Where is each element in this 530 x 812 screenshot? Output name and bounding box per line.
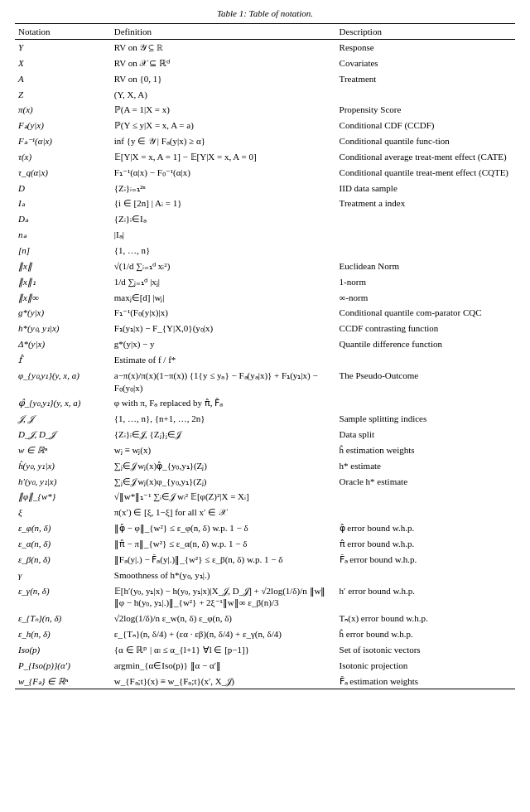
table-row: D_𝒥, D_𝒥{Zᵢ}ᵢ∈𝒥, {Zⱼ}ⱼ∈𝒥Data split <box>15 427 515 442</box>
cell-definition: ‖Fₐ(y|.) − F̂ₐ(y|.)‖_{w²} ≤ ε_β(n, δ) w.… <box>111 552 336 568</box>
table-row: g*(y|x)F₁⁻¹(F₀(y|x)|x)Conditional quanti… <box>15 305 515 321</box>
cell-description: Propensity Score <box>336 102 515 118</box>
cell-description: Treatment a index <box>336 196 515 211</box>
cell-notation: ‖x‖ <box>15 259 111 274</box>
cell-description: CCDF contrasting function <box>336 321 515 336</box>
cell-description: h* estimate <box>336 458 515 474</box>
cell-definition: 𝔼[h′(y₀, y₁|x) − h(y₀, y₁|x)|X_𝒥, D_𝒥] +… <box>111 583 336 611</box>
cell-definition: {1, …, n} <box>111 243 336 259</box>
cell-definition: F₁⁻¹(F₀(y|x)|x) <box>111 305 336 321</box>
cell-notation: φ̂_{y₀,y₁}(y, x, a) <box>15 395 111 411</box>
cell-description: Euclidean Norm <box>336 259 515 274</box>
table-row: ‖x‖₁1/d ∑ⱼ₌₁ᵈ |xⱼ|1-norm <box>15 274 515 290</box>
cell-definition: inf {y ∈ 𝒴 | Fₐ(y|x) ≥ α} <box>111 133 336 149</box>
cell-description: Quantile difference function <box>336 336 515 352</box>
cell-notation: Fₐ⁻¹(α|x) <box>15 133 111 149</box>
cell-notation: Z <box>15 87 111 103</box>
table-row: ε_{Tₙ}(n, δ)√2log(1/δ)/n ε_w(n, δ) ε_φ(n… <box>15 611 515 626</box>
cell-definition: φ with π, Fₐ replaced by π̂, F̂ₐ <box>111 395 336 411</box>
cell-definition: 1/d ∑ⱼ₌₁ᵈ |xⱼ| <box>111 274 336 290</box>
cell-notation: ‖x‖∞ <box>15 290 111 306</box>
cell-notation: ε_α(n, δ) <box>15 536 111 552</box>
cell-description <box>336 505 515 520</box>
table-row: Δ*(y|x)g*(y|x) − yQuantile difference fu… <box>15 336 515 352</box>
cell-description: ∞-norm <box>336 290 515 306</box>
cell-notation: ε_γ(n, δ) <box>15 583 111 611</box>
cell-definition: RV on 𝒴 ⊆ ℝ <box>111 40 336 56</box>
cell-description: F̂ₐ estimation weights <box>336 674 515 689</box>
cell-notation: D <box>15 181 111 196</box>
cell-definition: argmin_{α∈Iso(p)} ‖α − α′‖ <box>111 658 336 674</box>
cell-description: φ̂ error bound w.h.p. <box>336 520 515 536</box>
cell-description: Set of isotonic vectors <box>336 642 515 658</box>
cell-description: Covariates <box>336 56 515 71</box>
cell-description: ĥ error bound w.h.p. <box>336 626 515 642</box>
cell-description <box>336 87 515 103</box>
cell-notation: P_{Iso(p)}(α′) <box>15 658 111 674</box>
cell-notation: τ_q(α|x) <box>15 165 111 181</box>
cell-definition: ‖φ̂ − φ‖_{w²} ≤ ε_φ(n, δ) w.p. 1 − δ <box>111 520 336 536</box>
table-row: Z(Y, X, A) <box>15 87 515 103</box>
cell-notation: A <box>15 71 111 87</box>
cell-description: π̂ error bound w.h.p. <box>336 536 515 552</box>
table-row: [n]{1, …, n} <box>15 243 515 259</box>
table-row: φ_{y₀,y₁}(y, x, a)a−π(x)/π(x)(1−π(x)) {1… <box>15 368 515 396</box>
cell-definition: Estimate of f / f* <box>111 352 336 368</box>
table-row: ARV on {0, 1}Treatment <box>15 71 515 87</box>
table-row: ‖x‖√(1/d ∑ᵢ₌₁ᵈ xᵢ²)Euclidean Norm <box>15 259 515 274</box>
cell-notation: ε_β(n, δ) <box>15 552 111 568</box>
cell-definition: {Zᵢ}ᵢ∈𝒥, {Zⱼ}ⱼ∈𝒥 <box>111 427 336 442</box>
cell-description: Conditional quantile treat-ment effect (… <box>336 165 515 181</box>
table-row: γSmoothness of h*(y₀, y₁|.) <box>15 568 515 583</box>
cell-description <box>336 211 515 227</box>
cell-notation: 𝒥, 𝒥 <box>15 411 111 427</box>
table-row: Fₐ(y|x)ℙ(Y ≤ y|X = x, A = a)Conditional … <box>15 118 515 133</box>
cell-description: Response <box>336 40 515 56</box>
cell-notation: Iₐ <box>15 196 111 211</box>
cell-notation: nₐ <box>15 227 111 243</box>
cell-definition: w_{Fₐ;t}(x) ≡ w_{Fₐ;t}(x′, X_𝒥) <box>111 674 336 689</box>
cell-description <box>336 395 515 411</box>
cell-description: ĥ estimation weights <box>336 442 515 458</box>
cell-notation: h*(y₀, y₁|x) <box>15 321 111 336</box>
table-row: w_{Fₐ} ∈ ℝⁿw_{Fₐ;t}(x) ≡ w_{Fₐ;t}(x′, X_… <box>15 674 515 689</box>
cell-notation: f̂ <box>15 352 111 368</box>
cell-description <box>336 243 515 259</box>
cell-notation: Δ*(y|x) <box>15 336 111 352</box>
cell-description: Treatment <box>336 71 515 87</box>
table-row: XRV on 𝒳 ⊆ ℝᵈCovariates <box>15 56 515 71</box>
col-header-description: Description <box>336 24 515 40</box>
cell-notation: w ∈ ℝⁿ <box>15 442 111 458</box>
cell-definition: {1, …, n}, {n+1, …, 2n} <box>111 411 336 427</box>
cell-definition: maxⱼ∈[d] |wⱼ| <box>111 290 336 306</box>
cell-notation: D_𝒥, D_𝒥 <box>15 427 111 442</box>
cell-description: Isotonic projection <box>336 658 515 674</box>
table-row: h′(y₀, y₁|x)∑ⱼ∈𝒥 wⱼ(x)φ_{y₀,y₁}(Zⱼ)Oracl… <box>15 474 515 490</box>
cell-definition: ∑ⱼ∈𝒥 wⱼ(x)φ_{y₀,y₁}(Zⱼ) <box>111 474 336 490</box>
table-row: YRV on 𝒴 ⊆ ℝResponse <box>15 40 515 56</box>
cell-definition: 𝔼[Y|X = x, A = 1] − 𝔼[Y|X = x, A = 0] <box>111 149 336 165</box>
cell-definition: (Y, X, A) <box>111 87 336 103</box>
cell-description: Conditional average treat-ment effect (C… <box>336 149 515 165</box>
cell-notation: Dₐ <box>15 211 111 227</box>
cell-definition: Smoothness of h*(y₀, y₁|.) <box>111 568 336 583</box>
cell-definition: {Zᵢ}ᵢ₌₁²ⁿ <box>111 181 336 196</box>
cell-definition: RV on {0, 1} <box>111 71 336 87</box>
table-row: φ̂_{y₀,y₁}(y, x, a)φ with π, Fₐ replaced… <box>15 395 515 411</box>
table-row: Dₐ{Zᵢ}ᵢ∈Iₐ <box>15 211 515 227</box>
table-row: ξπ(x′) ∈ [ξ, 1−ξ] for all x′ ∈ 𝒳 <box>15 505 515 520</box>
cell-notation: ‖x‖₁ <box>15 274 111 290</box>
cell-notation: w_{Fₐ} ∈ ℝⁿ <box>15 674 111 689</box>
cell-description: Oracle h* estimate <box>336 474 515 490</box>
table-row: τ_q(α|x)F₁⁻¹(α|x) − F₀⁻¹(α|x)Conditional… <box>15 165 515 181</box>
cell-definition: ℙ(A = 1|X = x) <box>111 102 336 118</box>
cell-definition: π(x′) ∈ [ξ, 1−ξ] for all x′ ∈ 𝒳 <box>111 505 336 520</box>
cell-notation: Iso(p) <box>15 642 111 658</box>
cell-definition: √‖w*‖₁⁻¹ ∑ᵢ∈𝒥 wᵢ² 𝔼[φ(Z)²|X = Xᵢ] <box>111 489 336 505</box>
cell-notation: ξ <box>15 505 111 520</box>
cell-description: Conditional CDF (CCDF) <box>336 118 515 133</box>
cell-description <box>336 227 515 243</box>
cell-notation: π(x) <box>15 102 111 118</box>
cell-definition: F₁⁻¹(α|x) − F₀⁻¹(α|x) <box>111 165 336 181</box>
table-row: Fₐ⁻¹(α|x)inf {y ∈ 𝒴 | Fₐ(y|x) ≥ α}Condit… <box>15 133 515 149</box>
